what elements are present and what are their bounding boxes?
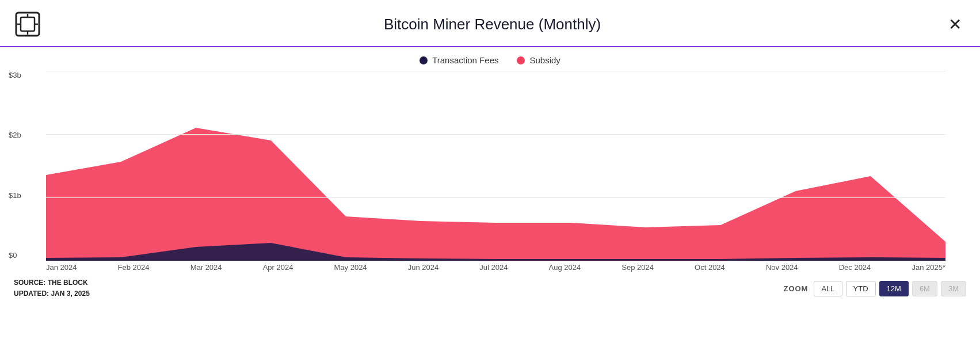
x-label-dec24: Dec 2024 [839, 263, 871, 272]
x-label-jun24: Jun 2024 [408, 263, 439, 272]
legend-item-fees: Transaction Fees [420, 55, 498, 65]
chart-wrapper: $3b $2b $1b $0 Jan 2024 Feb 2024 Mar 202… [0, 71, 980, 272]
legend-item-subsidy: Subsidy [517, 55, 560, 65]
legend-dot-fees [420, 56, 428, 64]
zoom-controls: ZOOM ALL YTD 12M 6M 3M [783, 281, 966, 296]
y-label-2b: $2b [9, 131, 21, 139]
chart-title: Bitcoin Miner Revenue (Monthly) [41, 16, 943, 33]
legend-label-subsidy: Subsidy [529, 55, 560, 65]
source-text: SOURCE: THE BLOCK UPDATED: JAN 3, 2025 [14, 277, 90, 299]
header: Bitcoin Miner Revenue (Monthly) ✕ [0, 0, 980, 47]
zoom-6m-button: 6M [912, 281, 937, 296]
source-line1: SOURCE: THE BLOCK [14, 277, 90, 288]
x-label-jul24: Jul 2024 [479, 263, 508, 272]
logo-icon [14, 10, 41, 38]
x-label-feb24: Feb 2024 [118, 263, 150, 272]
y-label-3b: $3b [9, 71, 21, 79]
y-axis: $3b $2b $1b $0 [9, 71, 21, 261]
y-label-0: $0 [9, 251, 21, 260]
legend-dot-subsidy [517, 56, 525, 64]
zoom-3m-button: 3M [941, 281, 966, 296]
x-axis: Jan 2024 Feb 2024 Mar 2024 Apr 2024 May … [46, 261, 945, 272]
legend-label-fees: Transaction Fees [432, 55, 498, 65]
x-label-jan25: Jan 2025* [912, 263, 945, 272]
x-label-may24: May 2024 [334, 263, 367, 272]
x-label-apr24: Apr 2024 [263, 263, 293, 272]
grid-lines [46, 71, 945, 261]
x-label-jan24: Jan 2024 [46, 263, 77, 272]
source-line2: UPDATED: JAN 3, 2025 [14, 288, 90, 299]
y-label-1b: $1b [9, 191, 21, 200]
x-label-sep24: Sep 2024 [621, 263, 654, 272]
zoom-label: ZOOM [783, 284, 808, 293]
x-label-oct24: Oct 2024 [695, 263, 725, 272]
zoom-12m-button[interactable]: 12M [879, 281, 909, 296]
x-label-mar24: Mar 2024 [190, 263, 222, 272]
svg-rect-1 [21, 17, 35, 31]
x-label-nov24: Nov 2024 [766, 263, 798, 272]
zoom-ytd-button[interactable]: YTD [846, 281, 876, 296]
chart-legend: Transaction Fees Subsidy [0, 47, 980, 68]
zoom-all-button[interactable]: ALL [814, 281, 842, 296]
close-button[interactable]: ✕ [943, 13, 966, 36]
x-label-aug24: Aug 2024 [549, 263, 581, 272]
footer: SOURCE: THE BLOCK UPDATED: JAN 3, 2025 Z… [0, 272, 980, 299]
